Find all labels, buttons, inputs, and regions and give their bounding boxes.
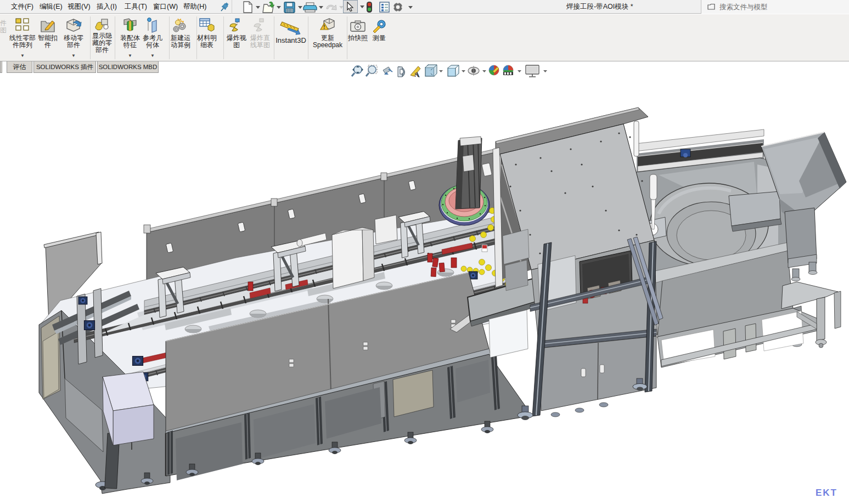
svg-text:A: A [414, 70, 420, 78]
svg-text:!: ! [323, 24, 325, 30]
